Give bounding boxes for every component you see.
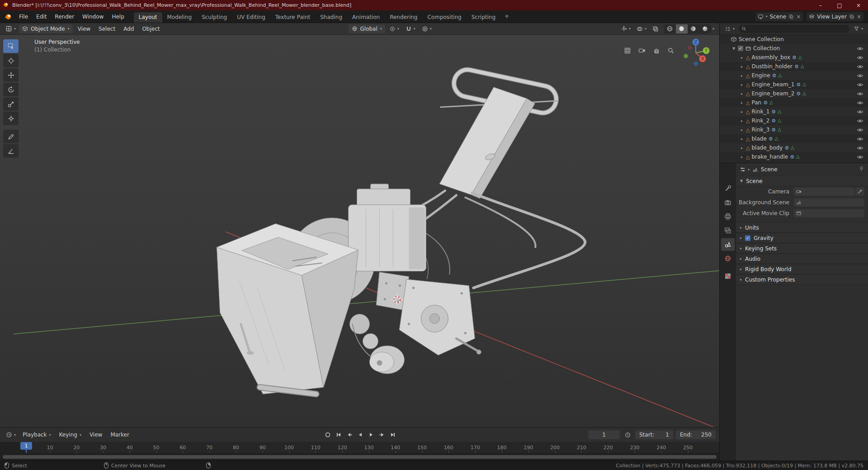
eye-icon[interactable] [857,54,863,61]
collapsed-panel-header[interactable]: ▸Units [736,222,868,233]
mesh-data-icon[interactable]: △ [796,155,800,159]
shading-wireframe-button[interactable] [664,24,676,33]
tab-view-layer[interactable] [721,224,735,237]
tab-render[interactable] [721,196,735,209]
zoom-icon[interactable] [666,46,676,56]
tool-rotate-button[interactable] [3,83,19,96]
xray-toggle-button[interactable] [650,24,661,34]
eye-icon[interactable] [857,145,863,151]
expand-icon[interactable]: ▸ [740,128,744,132]
object-name[interactable]: Rink_1 [751,108,769,115]
menubar-item[interactable]: Edit [32,10,51,23]
jump-to-prev-keyframe-button[interactable] [344,430,354,439]
show-overlays-button[interactable]: ▾ [634,24,649,34]
tab-output[interactable] [721,210,735,223]
navigation-gizmo[interactable]: Z Y X [681,38,710,67]
preview-range-clock-icon[interactable] [623,430,632,439]
menubar-item[interactable]: File [15,10,32,23]
shading-dropdown-icon[interactable]: ▾ [712,27,714,31]
mesh-data-icon[interactable]: △ [802,91,806,96]
editor-type-outliner-button[interactable]: ▾ [722,24,737,34]
object-name[interactable]: Rink_2 [751,118,769,124]
workspace-tab[interactable]: Animation [347,12,385,23]
wrench-modifier-icon[interactable]: ⚙ [790,155,794,160]
remove-view-layer-icon[interactable]: × [857,14,861,20]
object-name[interactable]: brake_handle [751,154,788,160]
mesh-data-icon[interactable]: △ [778,73,782,78]
tool-cursor-button[interactable] [3,54,19,67]
workspace-tab[interactable]: Texture Paint [270,12,315,23]
wrench-modifier-icon[interactable]: ⚙ [784,146,789,150]
mesh-data-icon[interactable]: △ [778,127,781,132]
shading-solid-button[interactable] [676,24,688,33]
editor-type-timeline-button[interactable]: ▾ [4,430,18,440]
timeline-scrollbar[interactable] [3,455,717,459]
marker-menu[interactable]: Marker [107,432,132,438]
object-name[interactable]: blade_body [751,145,783,151]
wrench-modifier-icon[interactable]: ⚙ [771,127,776,132]
keying-menu[interactable]: Keying▾ [56,432,85,438]
expand-icon[interactable]: ▸ [740,92,744,96]
outliner-object-row[interactable]: ▸ △ brake_handle ⚙ △ [720,152,868,161]
object-name[interactable]: Engine [751,72,770,79]
eye-icon[interactable] [857,63,863,70]
minimize-button[interactable]: – [811,0,830,10]
workspace-tab[interactable]: Layout [134,12,162,23]
expand-icon[interactable]: ▸ [740,155,744,159]
mesh-data-icon[interactable]: △ [769,100,773,105]
play-reverse-button[interactable] [355,430,365,439]
outliner-search[interactable] [739,25,849,33]
shading-rendered-button[interactable] [699,24,711,33]
camera-field[interactable] [794,188,854,196]
pivot-point-button[interactable]: ▾ [387,24,401,34]
viewport-menu-item[interactable]: View [74,23,94,34]
menubar-item[interactable]: Window [78,10,108,23]
unlink-scene-icon[interactable]: × [796,14,801,20]
start-frame-field[interactable]: Start:1 [635,430,673,439]
scene-panel-header[interactable]: ▼Scene [736,176,868,186]
object-name[interactable]: Rink_3 [751,127,769,133]
outliner-scene-collection-row[interactable]: Scene Collection [720,35,868,44]
object-name[interactable]: Pan [751,99,761,106]
collapse-icon[interactable]: ▼ [731,47,736,51]
expand-icon[interactable]: ▸ [740,56,744,60]
eye-icon[interactable] [857,72,863,79]
play-button[interactable] [366,430,376,439]
outliner-object-row[interactable]: ▸ △ Pan ⚙ △ [720,98,868,107]
collection-checkbox[interactable]: ✓ [738,46,743,51]
outliner-object-row[interactable]: ▸ △ Rink_1 ⚙ △ [720,107,868,116]
new-view-layer-icon[interactable] [849,14,854,19]
playhead[interactable]: 1 [20,442,32,450]
close-button[interactable]: × [849,0,868,10]
gravity-panel-header[interactable]: ▸ ✓ Gravity [736,233,868,243]
tab-tool[interactable] [721,182,735,195]
tool-move-button[interactable] [3,68,19,82]
jump-to-next-keyframe-button[interactable] [377,430,387,439]
jump-to-end-button[interactable] [388,430,398,439]
tab-scene[interactable] [721,238,735,251]
workspace-tab[interactable]: Compositing [422,12,466,23]
end-frame-field[interactable]: End:250 [676,430,716,439]
editor-type-3d-viewport-button[interactable]: ▾ [3,24,18,34]
expand-icon[interactable]: ▸ [740,83,744,87]
expand-icon[interactable]: ▸ [740,137,744,141]
wrench-modifier-icon[interactable]: ⚙ [792,55,797,60]
expand-icon[interactable]: ▸ [740,65,744,69]
eye-icon[interactable] [857,127,863,133]
wrench-modifier-icon[interactable]: ⚙ [794,64,799,69]
auto-key-button[interactable] [323,430,333,439]
object-name[interactable]: Engine_beam_2 [751,90,794,97]
collapsed-panel-header[interactable]: ▸Custom Properties [736,274,868,285]
outliner-object-row[interactable]: ▸ △ Dustbin_holder ⚙ △ [720,62,868,71]
maximize-button[interactable]: □ [830,0,849,10]
outliner-collection-row[interactable]: ▼ ✓ Collection [720,44,868,53]
new-scene-icon[interactable] [788,14,794,19]
wrench-modifier-icon[interactable]: ⚙ [771,109,776,114]
viewport-menu-item[interactable]: Object [138,23,164,34]
add-workspace-button[interactable]: + [500,11,513,22]
scene-selector[interactable]: ▾ Scene × [755,12,803,21]
search-input[interactable] [749,26,847,32]
eye-icon[interactable] [857,45,863,52]
tool-annotate-button[interactable] [3,130,19,143]
background-scene-field[interactable] [794,198,864,207]
